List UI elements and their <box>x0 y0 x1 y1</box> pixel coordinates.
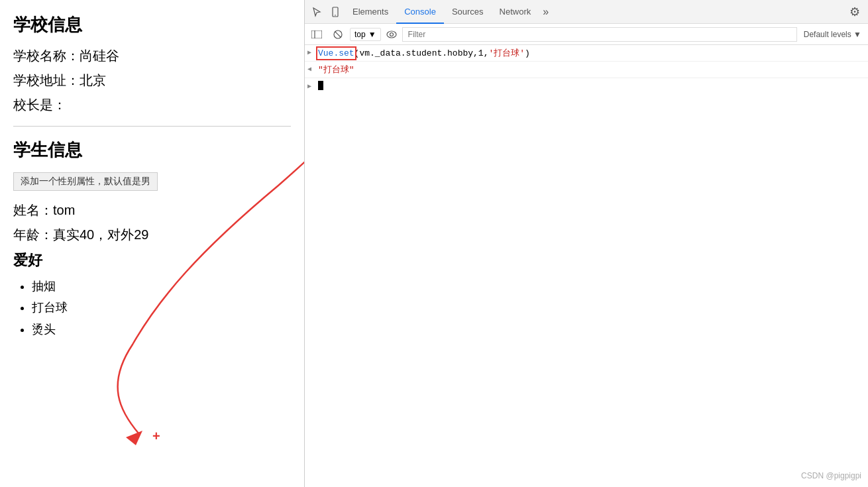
console-line-input: ▶ Vue.set(vm._data.student.hobby,1,'打台球'… <box>305 45 868 62</box>
student-section-title: 学生信息 <box>13 138 291 162</box>
add-gender-button[interactable]: 添加一个性别属性，默认值是男 <box>13 172 158 191</box>
devtools-panel: Elements Console Sources Network » ⚙ top… <box>305 0 868 487</box>
tab-elements[interactable]: Elements <box>345 0 396 24</box>
student-age: 年龄：真实40，对外29 <box>13 226 291 244</box>
sidebar-icon <box>311 30 322 38</box>
chevron-down-icon-2: ▼ <box>853 30 861 39</box>
svg-point-8 <box>387 31 396 38</box>
svg-point-9 <box>390 32 393 36</box>
list-item: 烫头 <box>32 319 291 340</box>
hobby-title: 爱好 <box>13 250 291 270</box>
svg-marker-1 <box>126 431 142 445</box>
console-output: ▶ Vue.set(vm._data.student.hobby,1,'打台球'… <box>305 45 868 487</box>
console-input-line[interactable]: ▶ <box>305 78 868 93</box>
console-prompt: ▶ <box>307 82 317 90</box>
mobile-icon <box>330 7 341 17</box>
student-name: 姓名：tom <box>13 201 291 219</box>
list-item: 打台球 <box>32 297 291 318</box>
csdn-watermark: CSDN @pigpigpi <box>801 471 861 480</box>
console-sidebar-btn[interactable] <box>307 25 326 44</box>
expand-btn-1[interactable]: ▶ <box>307 48 317 56</box>
list-item: 抽烟 <box>32 276 291 297</box>
section-divider <box>13 126 291 127</box>
tab-console[interactable]: Console <box>396 0 444 24</box>
svg-rect-4 <box>311 30 322 38</box>
console-output-value: "打台球" <box>318 64 863 76</box>
mobile-icon-btn[interactable] <box>326 3 345 21</box>
expand-btn-2[interactable]: ◀ <box>307 65 317 73</box>
hobby-list: 抽烟 打台球 烫头 <box>13 276 291 340</box>
svg-text:+: + <box>152 429 160 443</box>
left-panel: 学校信息 学校名称：尚硅谷 学校地址：北京 校长是： 学生信息 添加一个性别属性… <box>0 0 305 487</box>
context-value: top <box>354 30 366 39</box>
chevron-down-icon: ▼ <box>368 30 376 39</box>
school-section-title: 学校信息 <box>13 13 291 36</box>
eye-icon <box>386 30 397 38</box>
console-toolbar: top ▼ Default levels ▼ <box>305 24 868 45</box>
school-name: 学校名称：尚硅谷 <box>13 47 291 65</box>
console-line-output: ◀ "打台球" <box>305 62 868 78</box>
cursor-icon-btn[interactable] <box>307 3 326 21</box>
more-tabs-button[interactable]: » <box>539 6 553 18</box>
default-levels-button[interactable]: Default levels ▼ <box>800 28 865 40</box>
devtools-tabs-bar: Elements Console Sources Network » ⚙ <box>305 0 868 24</box>
svg-point-3 <box>335 15 336 16</box>
cursor-icon <box>311 7 322 17</box>
settings-icon[interactable]: ⚙ <box>844 5 865 19</box>
block-icon <box>333 29 343 40</box>
console-context-selector[interactable]: top ▼ <box>350 28 381 41</box>
console-cursor <box>318 81 323 90</box>
console-block-btn[interactable] <box>329 25 347 44</box>
tab-network[interactable]: Network <box>492 0 539 24</box>
svg-line-7 <box>335 31 341 37</box>
console-eye-btn[interactable] <box>384 27 400 42</box>
filter-input[interactable] <box>402 27 797 42</box>
school-address: 学校地址：北京 <box>13 72 291 89</box>
tab-sources[interactable]: Sources <box>444 0 492 24</box>
vue-set-code: Vue.set <box>318 48 354 58</box>
principal: 校长是： <box>13 96 291 114</box>
